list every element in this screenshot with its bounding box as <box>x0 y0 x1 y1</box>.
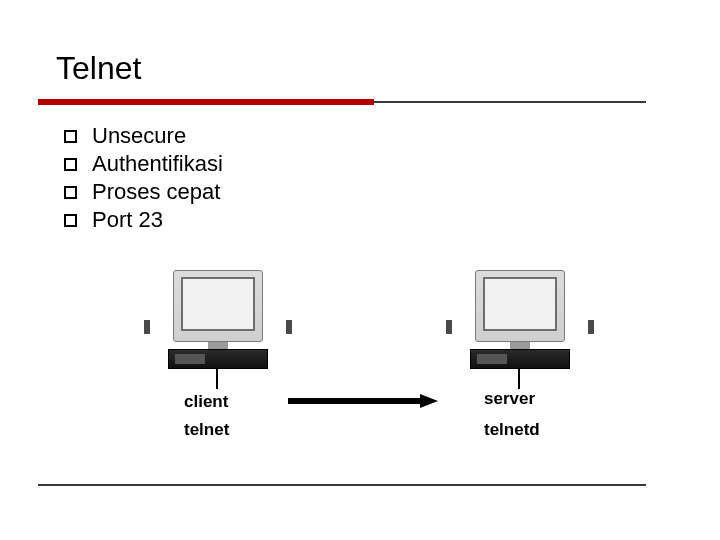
bullet-list: Unsecure Authentifikasi Proses cepat Por… <box>60 122 223 235</box>
slide-title: Telnet <box>56 50 141 87</box>
footer-line <box>38 484 646 486</box>
title-underline <box>38 99 646 105</box>
server-label-bottom: telnetd <box>484 420 540 440</box>
server-computer-icon <box>460 270 580 380</box>
server-label-top: server <box>484 389 535 409</box>
client-label-bottom: telnet <box>184 420 229 440</box>
bullet-item: Unsecure <box>60 122 223 150</box>
bullet-item: Authentifikasi <box>60 150 223 178</box>
client-computer-icon <box>158 270 278 380</box>
bullet-item: Proses cepat <box>60 178 223 206</box>
bullet-item: Port 23 <box>60 206 223 234</box>
client-label-top: client <box>184 392 228 412</box>
arrow-icon <box>288 394 438 408</box>
